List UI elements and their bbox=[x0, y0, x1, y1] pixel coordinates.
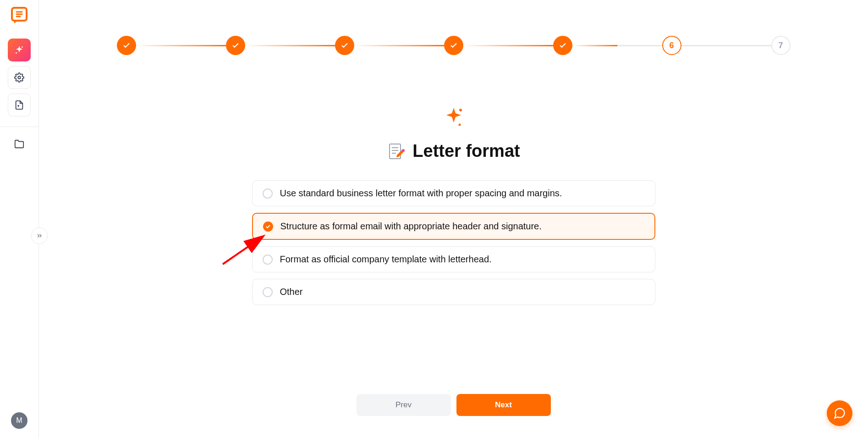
step-line bbox=[245, 45, 335, 46]
radio-icon bbox=[263, 255, 273, 265]
option-label: Other bbox=[280, 287, 303, 297]
radio-icon bbox=[263, 189, 273, 199]
option-label: Use standard business letter format with… bbox=[280, 188, 562, 199]
sparkle-icon bbox=[442, 105, 465, 128]
option-company-template[interactable]: Format as official company template with… bbox=[252, 246, 655, 272]
sidebar: M bbox=[0, 0, 39, 438]
options-list: Use standard business letter format with… bbox=[252, 180, 655, 305]
svg-point-4 bbox=[459, 109, 462, 111]
step-5-done[interactable] bbox=[553, 36, 572, 55]
step-line bbox=[463, 45, 553, 46]
nav-ai-sparkle[interactable] bbox=[8, 39, 31, 61]
step-2-done[interactable] bbox=[226, 36, 245, 55]
step-3-done[interactable] bbox=[335, 36, 354, 55]
step-line bbox=[681, 45, 771, 46]
footer-nav: Prev Next bbox=[357, 394, 551, 416]
radio-icon bbox=[263, 287, 273, 297]
help-button[interactable] bbox=[827, 400, 852, 426]
prev-button[interactable]: Prev bbox=[357, 394, 451, 416]
option-other[interactable]: Other bbox=[252, 279, 655, 305]
app-logo[interactable] bbox=[10, 6, 29, 25]
option-formal-email[interactable]: Structure as formal email with appropria… bbox=[252, 213, 655, 240]
nav-divider bbox=[0, 127, 38, 127]
title-row: Letter format bbox=[387, 141, 520, 161]
main-content: 6 7 Letter format Use standard business … bbox=[39, 0, 868, 438]
avatar-initial: M bbox=[11, 412, 27, 429]
svg-point-3 bbox=[18, 76, 21, 79]
page-title: Letter format bbox=[412, 141, 520, 161]
svg-point-2 bbox=[16, 52, 17, 54]
progress-stepper: 6 7 bbox=[39, 0, 868, 55]
step-line bbox=[572, 45, 662, 46]
option-standard-business[interactable]: Use standard business letter format with… bbox=[252, 180, 655, 206]
step-6-current[interactable]: 6 bbox=[662, 36, 681, 55]
option-label: Structure as formal email with appropria… bbox=[280, 221, 542, 232]
step-1-done[interactable] bbox=[117, 36, 136, 55]
content-area: Letter format Use standard business lett… bbox=[39, 105, 868, 305]
nav-file-import[interactable] bbox=[8, 94, 31, 116]
nav-settings[interactable] bbox=[8, 66, 31, 89]
svg-point-5 bbox=[458, 124, 461, 126]
user-avatar[interactable]: M bbox=[11, 412, 27, 429]
document-edit-icon bbox=[387, 142, 405, 161]
nav-folder[interactable] bbox=[8, 133, 31, 155]
svg-point-10 bbox=[402, 149, 405, 152]
sidebar-expand-button[interactable] bbox=[31, 227, 48, 244]
radio-checked-icon bbox=[263, 222, 273, 232]
step-line bbox=[354, 45, 444, 46]
step-7-upcoming[interactable]: 7 bbox=[771, 36, 791, 55]
svg-point-1 bbox=[22, 46, 23, 48]
step-4-done[interactable] bbox=[444, 36, 463, 55]
next-button[interactable]: Next bbox=[456, 394, 551, 416]
option-label: Format as official company template with… bbox=[280, 254, 492, 265]
step-line bbox=[136, 45, 226, 46]
